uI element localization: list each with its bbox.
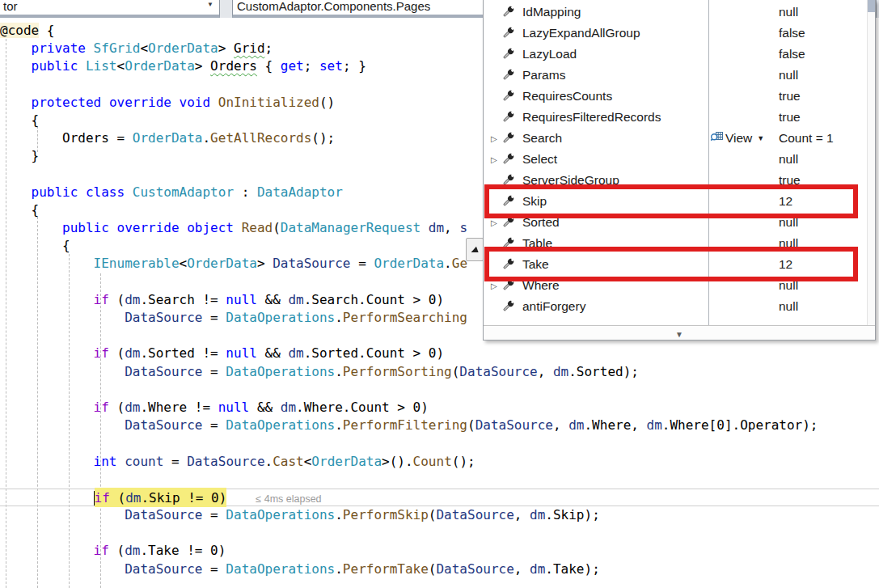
watch-row-LazyLoad[interactable]: LazyLoadfalse xyxy=(484,44,875,65)
code-token: . xyxy=(335,561,343,577)
code-line[interactable] xyxy=(0,381,879,399)
watch-row-Search[interactable]: ▷SearchView▼Count = 1 xyxy=(484,128,875,149)
code-token xyxy=(101,95,109,110)
property-name: IdMapping xyxy=(522,5,581,19)
code-token: Grid xyxy=(234,40,265,56)
code-token xyxy=(420,220,429,235)
code-token: null xyxy=(218,400,250,415)
view-dropdown-arrow-icon[interactable]: ▼ xyxy=(757,134,764,142)
code-line[interactable]: DataSource = DataOperations.PerformFilte… xyxy=(0,417,879,434)
collapse-triangle-icon xyxy=(471,246,480,254)
code-line[interactable] xyxy=(0,434,879,452)
code-token: @code xyxy=(0,23,39,38)
code-token xyxy=(0,417,125,433)
watch-row-antiForgery[interactable]: antiForgerynull xyxy=(484,296,875,317)
navbar-scope-dropdown[interactable]: tor ▼ xyxy=(0,0,220,19)
property-name: LazyExpandAllGroup xyxy=(522,26,640,40)
code-token xyxy=(171,95,180,110)
code-line[interactable]: int count = DataSource.Cast<OrderData>()… xyxy=(0,453,879,471)
code-token: dm xyxy=(125,488,141,507)
code-token: .Sorted != xyxy=(140,345,226,361)
navbar-type-text: CustomAdaptor.Components.Pages xyxy=(233,0,430,15)
code-token: if xyxy=(95,488,110,507)
code-token: { xyxy=(0,202,39,218)
code-token: s xyxy=(459,220,467,235)
code-token: PerformTake xyxy=(343,561,429,577)
code-token: DataOperations xyxy=(226,561,335,577)
code-token: < xyxy=(117,58,125,74)
code-token: OrderData xyxy=(187,256,257,271)
code-token xyxy=(0,400,94,415)
code-token: DataSource xyxy=(125,507,202,522)
code-line[interactable]: DataSource = DataOperations.PerformTake(… xyxy=(0,561,879,578)
code-token: ; xyxy=(265,40,273,56)
property-name: Search xyxy=(522,131,562,146)
code-token: .Sorted); xyxy=(568,364,639,379)
code-line[interactable]: if (dm.Take != 0) xyxy=(0,542,879,560)
view-label: View xyxy=(725,131,752,146)
code-token: ( xyxy=(109,400,125,415)
code-line[interactable] xyxy=(0,471,879,489)
watch-row-Params[interactable]: Paramsnull xyxy=(484,65,875,86)
code-token: public xyxy=(62,220,109,235)
code-token: SfGrid xyxy=(94,40,141,56)
code-line-current[interactable]: if (dm.Skip != 0)≤ 4ms elapsed xyxy=(0,489,879,506)
expander-icon[interactable]: ▷ xyxy=(491,218,501,227)
editor-collapse-button[interactable] xyxy=(466,238,484,261)
watch-row-LazyExpandAllGroup[interactable]: LazyExpandAllGroupfalse xyxy=(484,23,875,44)
property-value-cell: null xyxy=(708,2,868,23)
code-token: DataAdaptor xyxy=(257,184,343,200)
code-token: PerformFiltering xyxy=(343,417,467,433)
code-line[interactable] xyxy=(0,524,879,542)
code-token xyxy=(0,58,32,74)
code-token: .Where, xyxy=(584,417,646,433)
view-dropdown[interactable]: View▼ xyxy=(710,128,764,149)
code-token: if xyxy=(94,292,109,307)
code-token: .Search.Count > 0) xyxy=(304,292,444,307)
scrollbar-thumb[interactable] xyxy=(868,0,875,12)
code-token: ( xyxy=(109,345,125,361)
property-wrench-icon xyxy=(501,68,518,82)
code-token: ( xyxy=(109,292,125,307)
property-name: antiForgery xyxy=(522,299,585,314)
code-token xyxy=(0,364,125,379)
code-line[interactable]: if (dm.Sorted != null && dm.Sorted.Count… xyxy=(0,345,879,362)
code-token: > xyxy=(218,40,234,56)
code-token: DataSource xyxy=(125,364,202,379)
datatip-scrollbar[interactable] xyxy=(867,0,875,326)
code-token: if xyxy=(94,345,109,361)
watch-row-RequiresCounts[interactable]: RequiresCountstrue xyxy=(484,86,875,107)
watch-row-Select[interactable]: ▷Selectnull xyxy=(484,149,875,170)
watch-row-RequiresFilteredRecords[interactable]: RequiresFilteredRecordstrue xyxy=(484,107,875,128)
code-token: override xyxy=(117,220,180,235)
expander-icon[interactable]: ▷ xyxy=(491,281,501,290)
code-line[interactable]: DataSource = DataOperations.PerformSorti… xyxy=(0,363,879,381)
code-token: .Sorted.Count > 0) xyxy=(304,345,444,361)
datatip-scroll-down[interactable]: ▼ xyxy=(484,325,875,340)
code-line[interactable]: if (dm.Where != null && dm.Where.Count >… xyxy=(0,399,879,417)
property-value: null xyxy=(779,65,798,86)
code-token xyxy=(234,220,242,235)
code-token xyxy=(78,58,86,74)
code-line[interactable]: DataSource = DataOperations.PerformSkip(… xyxy=(0,506,879,524)
code-token: protected xyxy=(32,95,102,110)
code-token: int xyxy=(94,454,117,469)
property-value: false xyxy=(779,44,805,65)
watch-row-IdMapping[interactable]: IdMappingnull xyxy=(484,2,875,23)
code-token: , xyxy=(444,220,459,235)
navbar-scope-text: tor xyxy=(0,0,18,15)
dropdown-arrow-icon[interactable]: ▼ xyxy=(207,1,213,8)
property-wrench-icon xyxy=(501,47,518,61)
property-wrench-icon xyxy=(501,110,518,125)
expander-icon[interactable]: ▷ xyxy=(491,155,501,164)
code-token xyxy=(0,543,94,558)
expander-icon[interactable]: ▷ xyxy=(491,134,501,143)
code-token: set xyxy=(319,58,343,74)
property-name: Params xyxy=(522,68,565,82)
code-token: ( xyxy=(109,543,125,558)
code-token: = xyxy=(202,561,226,577)
code-token: .Where.Count > 0) xyxy=(296,400,429,415)
code-token: { xyxy=(0,238,70,253)
code-token: OrderData xyxy=(133,130,203,146)
code-token xyxy=(125,184,133,200)
